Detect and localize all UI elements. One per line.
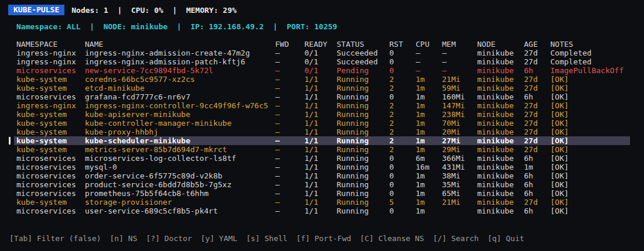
shortcut-label: Search (451, 234, 479, 243)
cell-cpu: 6m (416, 154, 442, 163)
cell-rst: 0 (389, 207, 416, 215)
cell-status: Succeeded (337, 49, 389, 57)
cell-node: minikube (477, 154, 524, 163)
cell-fwd: – (275, 136, 304, 145)
cell-rst: 0 (389, 92, 416, 101)
table-row[interactable]: microservicesproduct-service-6bdd7d8b5b-… (14, 180, 630, 189)
shortcut-yaml[interactable]: [y] YAML (201, 234, 238, 243)
column-header: STATUS (337, 40, 389, 49)
table-row[interactable]: kube-systemmetrics-server-85b7d694d7-mkr… (14, 145, 630, 154)
cell-node: minikube (477, 180, 524, 189)
table-body: ingress-nginxingress-nginx-admission-cre… (0, 49, 644, 215)
table-row[interactable]: ingress-nginxingress-nginx-controller-9c… (14, 101, 630, 110)
column-header: READY (304, 40, 337, 49)
table-row[interactable]: kube-systemkube-scheduler-minikube–1/1Ru… (14, 136, 630, 145)
cell-status: Running (337, 110, 389, 119)
context-bar: Namespace: ALL | NODE: minikube | IP: 19… (0, 22, 644, 31)
cell-age: 6h (524, 189, 550, 198)
table-row[interactable]: microservicesgrafana-fcd7777c6-nr6v7–1/1… (14, 92, 630, 101)
cell-namespace: microservices (16, 154, 85, 163)
cell-namespace: microservices (16, 163, 85, 171)
cell-mem: 21Mi (442, 75, 477, 84)
cell-age: 6h (524, 154, 550, 163)
cell-fwd: – (275, 163, 304, 171)
cell-name: metrics-server-85b7d694d7-mkrct (85, 145, 275, 154)
shortcut-cleanse-ns[interactable]: [C] Cleanse NS (360, 234, 424, 243)
cell-status: Running (337, 84, 389, 92)
cell-cpu: 1m (416, 136, 442, 145)
shortcut-label: NS (128, 234, 138, 243)
cell-notes: [OK] (550, 84, 630, 92)
cell-cpu: 1m (416, 128, 442, 136)
cell-rst: 2 (389, 101, 416, 110)
cell-mem: 65Mi (442, 189, 477, 198)
table-row[interactable]: kube-systemcoredns-66bc5c9577-xz2cs–1/1R… (14, 75, 630, 84)
table-row[interactable]: microservicesnew-service-7cc9894fbd-5k72… (14, 66, 630, 75)
shortcut-filter-false[interactable]: [Tab] Filter (false) (9, 234, 101, 243)
cell-status: Running (337, 207, 389, 215)
table-row[interactable]: microservicesmysql-0–1/1Running016m431Mi… (14, 163, 630, 171)
cell-mem: 29Mi (442, 145, 477, 154)
shortcut-label: Quit (506, 234, 524, 243)
cell-namespace: ingress-nginx (16, 49, 85, 57)
table-row[interactable]: kube-systemetcd-minikube–1/1Running21m59… (14, 84, 630, 92)
cell-ready: 1/1 (304, 119, 337, 128)
cell-namespace: kube-system (16, 75, 85, 84)
cell-age: 27d (524, 101, 550, 110)
cell-rst: 2 (389, 128, 416, 136)
cell-rst: 0 (389, 171, 416, 180)
cell-ready: 1/1 (304, 101, 337, 110)
cell-namespace: microservices (16, 207, 85, 215)
table-row[interactable]: microservicesmicroservices-log-collector… (14, 154, 630, 163)
cell-name: user-service-689c5cf8b5-pk4rt (85, 207, 275, 215)
cell-fwd: – (275, 145, 304, 154)
cell-cpu: 1m (416, 119, 442, 128)
table-row[interactable]: kube-systemkube-apiserver-minikube–1/1Ru… (14, 110, 630, 119)
cell-node: minikube (477, 189, 524, 198)
cell-namespace: kube-system (16, 198, 85, 207)
table-row[interactable]: microservicesuser-service-689c5cf8b5-pk4… (14, 207, 630, 215)
cell-fwd: – (275, 49, 304, 57)
table-row[interactable]: microservicesorder-service-6f5775c89d-v2… (14, 171, 630, 180)
cell-namespace: ingress-nginx (16, 101, 85, 110)
table-row[interactable]: kube-systemkube-controller-manager-minik… (14, 119, 630, 128)
column-header: FWD (275, 40, 304, 49)
column-header: NAMESPACE (16, 40, 85, 49)
cell-fwd: – (275, 84, 304, 92)
shortcut-search[interactable]: [/] Search (433, 234, 478, 243)
cell-namespace: microservices (16, 180, 85, 189)
table-row[interactable]: ingress-nginxingress-nginx-admission-pat… (14, 57, 630, 66)
cell-status: Succeeded (337, 57, 389, 66)
shortcut-ns[interactable]: [n] NS (110, 234, 138, 243)
cell-notes: Completed (550, 49, 630, 57)
cell-cpu: – (416, 66, 442, 75)
table-row[interactable]: ingress-nginxingress-nginx-admission-cre… (14, 49, 630, 57)
cell-status: Running (337, 154, 389, 163)
cell-ready: 0/1 (304, 57, 337, 66)
cell-node: minikube (477, 145, 524, 154)
cell-mem: 59Mi (442, 84, 477, 92)
cell-mem: 38Mi (442, 171, 477, 180)
cell-fwd: – (275, 101, 304, 110)
shortcut-doctor[interactable]: [?] Doctor (146, 234, 192, 243)
table-row[interactable]: kube-systemstorage-provisioner–1/1Runnin… (14, 198, 630, 207)
cell-name: ingress-nginx-controller-9cc49f96f-w76c5 (85, 101, 275, 110)
cell-mem: – (442, 66, 477, 75)
title-bar: KUBE-PULSE Nodes: 1 | CPU: 0% | MEMORY: … (0, 5, 644, 15)
cell-rst: 2 (389, 136, 416, 145)
cell-mem: 431Mi (442, 163, 477, 171)
shortcut-shell[interactable]: [s] Shell (246, 234, 287, 243)
cell-node: minikube (477, 84, 524, 92)
cell-node: minikube (477, 110, 524, 119)
table-row[interactable]: microservicesprometheus-75b5f64cb8-t6hhm… (14, 189, 630, 198)
shortcut-port-fwd[interactable]: [f] Port-Fwd (296, 234, 351, 243)
shortcut-key: [f] (296, 234, 310, 243)
cell-mem: 21Mi (442, 198, 477, 207)
cell-node: minikube (477, 92, 524, 101)
cell-ready: 1/1 (304, 145, 337, 154)
cell-ready: 1/1 (304, 92, 337, 101)
cell-namespace: kube-system (16, 110, 85, 119)
table-row[interactable]: kube-systemkube-proxy-hhbhj–1/1Running21… (14, 128, 630, 136)
cell-ready: 1/1 (304, 207, 337, 215)
shortcut-quit[interactable]: [q] Quit (488, 234, 525, 243)
